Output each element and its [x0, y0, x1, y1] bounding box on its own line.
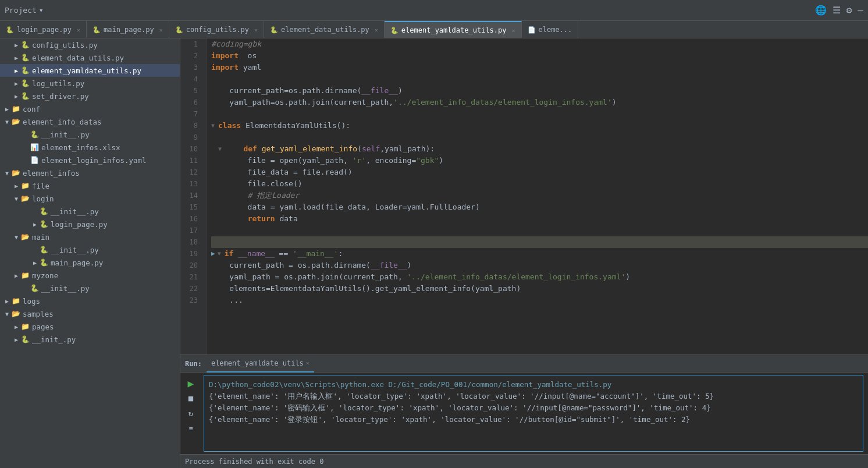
sidebar-label-conf: conf [23, 105, 40, 114]
sidebar-label-config-utils: config_utils.py [32, 41, 98, 49]
top-bar: Project ▾ 🌐 ☰ ⚙ — [0, 0, 868, 21]
arrow-icon: ▶ [2, 106, 12, 112]
run-output[interactable]: D:\python_code02\venv\Scripts\python.exe… [204, 375, 863, 452]
tab-icon-config-utils: 🐍 [175, 26, 183, 34]
finish-text: Process finished with exit code 0 [185, 458, 323, 466]
sidebar-item-element-data-utils[interactable]: ▶ 🐍 element_data_utils.py [0, 51, 180, 64]
tab-label-element-yamldate-utils: element_yamldate_utils.py [401, 26, 507, 34]
ln-19: 19 [180, 248, 201, 260]
tab-element-yamldate-utils[interactable]: 🐍 element_yamldate_utils.py ✕ [385, 21, 522, 38]
tab-close-login-page[interactable]: ✕ [77, 27, 80, 33]
sidebar-label-init-py-1: __init__.py [41, 130, 90, 139]
folder-icon: 📂 [21, 233, 30, 241]
code-editor[interactable]: 1 2 3 4 5 6 7 8 9 10 11 12 13 14 15 16 1… [180, 38, 868, 354]
arrow-icon: ▶ [12, 68, 21, 74]
project-label[interactable]: Project ▾ [5, 6, 44, 15]
hamburger-icon[interactable]: ☰ [833, 5, 841, 16]
sidebar-item-init-py-3[interactable]: 🐍 __init__.py [0, 243, 180, 256]
project-dropdown-icon[interactable]: ▾ [39, 6, 44, 15]
sidebar-item-init-py-4[interactable]: 🐍 __init__.py [0, 282, 180, 295]
ln-8: 8 [180, 120, 201, 132]
tab-eleme-extra[interactable]: 📄 eleme... [522, 21, 579, 38]
sidebar-item-logs[interactable]: ▶ 📁 logs [0, 295, 180, 307]
sidebar-item-set-driver[interactable]: ▶ 🐍 set_driver.py [0, 90, 180, 102]
sidebar-item-main[interactable]: ▼ 📂 main [0, 231, 180, 243]
tab-login-page[interactable]: 🐍 login_page.py ✕ [0, 21, 87, 38]
ln-13: 13 [180, 178, 201, 190]
tab-close-main-page[interactable]: ✕ [159, 27, 163, 33]
run-rerun-button[interactable]: ↻ [185, 407, 197, 419]
code-line-17 [211, 225, 868, 236]
ln-5: 5 [180, 85, 201, 97]
tab-close-element-data-utils[interactable]: ✕ [375, 27, 378, 33]
ln-22: 22 [180, 283, 201, 295]
sidebar-item-element-yamldate-utils[interactable]: ▶ 🐍 element_yamldate_utils.py [0, 64, 180, 77]
code-content[interactable]: #coding=gbk import os import yaml curren… [207, 38, 868, 354]
run-output-line-3: {'element_name': '登录按钮', 'locator_type':… [209, 414, 858, 426]
ln-15: 15 [180, 201, 201, 213]
sidebar-item-init-py-1[interactable]: 🐍 __init__.py [0, 128, 180, 141]
run-scroll-button[interactable]: ≡ [185, 423, 197, 434]
sidebar-item-element-login-infos-yaml[interactable]: 📄 element_login_infos.yaml [0, 154, 180, 166]
sidebar-item-pages[interactable]: ▶ 📁 pages [0, 320, 180, 333]
code-line-22: elements=ElementdataYamlUtils().get_yaml… [211, 283, 868, 295]
code-line-6: yaml_path=os.path.join(current_path,'../… [211, 97, 868, 108]
tab-icon-eleme-extra: 📄 [528, 26, 536, 34]
tab-label-config-utils: config_utils.py [186, 26, 249, 34]
run-play-button[interactable]: ▶ [185, 377, 197, 389]
code-line-9 [211, 132, 868, 143]
run-controls: ▶ ■ ↻ ≡ [185, 375, 201, 452]
sidebar-item-element-infos-xlsx[interactable]: 📊 element_infos.xlsx [0, 141, 180, 154]
py-file-icon: 🐍 [21, 54, 30, 62]
ln-11: 11 [180, 155, 201, 166]
sidebar-item-init-py-2[interactable]: 🐍 __init__.py [0, 205, 180, 218]
py-file-icon: 🐍 [21, 335, 30, 343]
tab-config-utils[interactable]: 🐍 config_utils.py ✕ [169, 21, 264, 38]
sidebar-item-login-page-py[interactable]: ▶ 🐍 login_page.py [0, 218, 180, 231]
sidebar-label-main: main [32, 233, 49, 242]
arrow-icon: ▶ [2, 298, 12, 304]
sidebar-item-login[interactable]: ▼ 📂 login [0, 192, 180, 205]
sidebar-item-element-info-datas[interactable]: ▼ 📂 element_info_datas [0, 115, 180, 128]
arrow-icon [30, 208, 40, 215]
sidebar-item-log-utils[interactable]: ▶ 🐍 log_utils.py [0, 77, 180, 90]
run-tab[interactable]: element_yamldate_utils ✕ [207, 355, 314, 373]
sidebar-item-element-infos[interactable]: ▼ 📂 element_infos [0, 166, 180, 179]
folder-icon: 📁 [12, 105, 20, 113]
tab-label-element-data-utils: element_data_utils.py [281, 26, 369, 34]
run-stop-button[interactable]: ■ [185, 392, 197, 404]
ln-1: 1 [180, 38, 201, 50]
sidebar-label-myzone: myzone [32, 271, 58, 280]
tab-close-element-yamldate-utils[interactable]: ✕ [511, 27, 515, 34]
sidebar-item-samples[interactable]: ▼ 📂 samples [0, 307, 180, 320]
ln-7: 7 [180, 108, 201, 120]
arrow-icon: ▶ [12, 80, 21, 87]
sidebar-item-main-page-py[interactable]: ▶ 🐍 main_page.py [0, 256, 180, 269]
sidebar-label-element-infos-xlsx: element_infos.xlsx [41, 143, 120, 152]
sidebar-label-set-driver: set_driver.py [32, 92, 89, 101]
sidebar-label-log-utils: log_utils.py [32, 79, 84, 88]
tab-icon-element-yamldate-utils: 🐍 [390, 27, 399, 34]
tab-element-data-utils[interactable]: 🐍 element_data_utils.py ✕ [264, 21, 385, 38]
sidebar-item-myzone[interactable]: ▶ 📁 myzone [0, 269, 180, 282]
sidebar-item-conf[interactable]: ▶ 📁 conf [0, 102, 180, 115]
run-panel-header: Run: element_yamldate_utils ✕ [180, 355, 868, 373]
folder-icon: 📂 [12, 310, 20, 318]
run-tab-close[interactable]: ✕ [306, 360, 310, 366]
sidebar-label-pages: pages [32, 322, 54, 331]
tab-main-page[interactable]: 🐍 main_page.py ✕ [87, 21, 169, 38]
minimize-icon[interactable]: — [858, 5, 863, 16]
globe-icon[interactable]: 🌐 [815, 5, 827, 16]
tab-icon-main-page: 🐍 [93, 26, 101, 34]
arrow-icon: ▶ [12, 324, 21, 330]
arrow-icon: ▼ [2, 170, 12, 176]
folder-icon: 📂 [12, 169, 20, 177]
tab-close-config-utils[interactable]: ✕ [254, 27, 258, 33]
sidebar-item-init-py-5[interactable]: ▶ 🐍 __init_.py [0, 333, 180, 346]
code-line-13: file.close() [211, 178, 868, 190]
folder-icon: 📂 [21, 194, 30, 203]
sidebar-item-config-utils[interactable]: ▶ 🐍 config_utils.py [0, 38, 180, 51]
line-numbers: 1 2 3 4 5 6 7 8 9 10 11 12 13 14 15 16 1… [180, 38, 207, 354]
sidebar-item-file[interactable]: ▶ 📁 file [0, 179, 180, 192]
settings-icon[interactable]: ⚙ [846, 5, 852, 16]
